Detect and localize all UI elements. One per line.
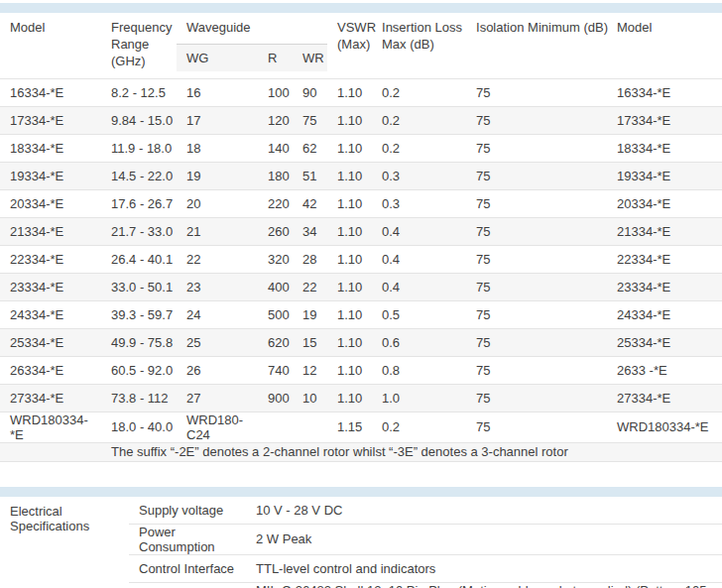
col-header-waveguide-group: Waveguide [177,13,327,44]
cell-model: WRD180334-*E [0,412,101,442]
cell-insertion-loss: 0.2 [372,134,466,162]
col-header-wg: WG [177,44,258,78]
spec-row: 25334-*E49.9 - 75.825620151.100.67525334… [0,328,722,356]
cell-insertion-loss: 0.2 [372,412,466,442]
cell-wg: WRD180-C24 [177,412,258,442]
cell-wg: 23 [177,273,258,300]
header-line: R [258,45,293,71]
cell-wg: 27 [177,384,258,412]
cell-model-right: 24334-*E [607,300,722,328]
cell-wr: 10 [293,384,327,412]
col-header-insertion-loss: Insertion Loss Max (dB) [372,13,466,78]
cell-r: 500 [258,300,293,328]
spec-table-body: 16334-*E8.2 - 12.516100901.100.27516334-… [0,78,722,442]
cell-frequency-range: 60.5 - 92.0 [101,356,177,384]
spec-row: 18334-*E11.9 - 18.018140621.100.27518334… [0,134,722,162]
cell-r: 100 [258,78,293,106]
cell-model-right: 27334-*E [607,384,722,412]
header-line: Insertion Loss [382,19,466,36]
cell-r [258,412,293,442]
header-line: Max (dB) [382,36,466,53]
cell-vswr: 1.10 [327,328,372,356]
cell-isolation: 75 [466,106,607,134]
cell-model: 24334-*E [0,300,101,328]
elec-value: MIL-C-26482 Shell 12, 10 Pin Plug (Matin… [246,582,722,588]
cell-isolation: 75 [466,300,607,328]
cell-frequency-range: 18.0 - 40.0 [101,412,177,442]
cell-vswr: 1.10 [327,189,372,217]
cell-wg: 21 [177,217,258,245]
spec-row: 20334-*E17.6 - 26.720220421.100.37520334… [0,189,722,217]
electrical-specifications-table: Electrical Specifications Supply voltage… [0,497,722,588]
cell-model: 26334-*E [0,356,101,384]
cell-vswr: 1.10 [327,162,372,189]
col-header-model: Model [0,13,101,78]
cell-vswr: 1.10 [327,273,372,300]
cell-r: 400 [258,273,293,300]
col-header-vswr: VSWR (Max) [327,13,372,78]
spec-row: 22334-*E26.4 - 40.122320281.100.47522334… [0,245,722,273]
col-header-wr: WR [293,44,327,78]
col-header-r: R [258,44,293,78]
cell-isolation: 75 [466,217,607,245]
cell-wg: 26 [177,356,258,384]
cell-model: 18334-*E [0,134,101,162]
cell-wg: 22 [177,245,258,273]
cell-vswr: 1.10 [327,300,372,328]
cell-wg: 17 [177,106,258,134]
cell-insertion-loss: 1.0 [372,384,466,412]
cell-insertion-loss: 0.4 [372,273,466,300]
cell-wg: 25 [177,328,258,356]
cell-isolation: 75 [466,356,607,384]
cell-model-right: 16334-*E [607,78,722,106]
top-accent-bar [0,3,722,13]
cell-model-right: 20334-*E [607,189,722,217]
cell-model: 19334-*E [0,162,101,189]
footnote-text: The suffix “-2E” denotes a 2-channel rot… [101,442,722,461]
cell-wg: 19 [177,162,258,189]
cell-r: 740 [258,356,293,384]
cell-isolation: 75 [466,328,607,356]
spec-table-footer: The suffix “-2E” denotes a 2-channel rot… [0,442,722,461]
cell-insertion-loss: 0.3 [372,189,466,217]
spec-row: WRD180334-*E18.0 - 40.0WRD180-C241.150.2… [0,412,722,442]
cell-vswr: 1.10 [327,384,372,412]
cell-frequency-range: 21.7 - 33.0 [101,217,177,245]
spec-row: 24334-*E39.3 - 59.724500191.100.57524334… [0,300,722,328]
cell-frequency-range: 11.9 - 18.0 [101,134,177,162]
spec-row: 27334-*E73.8 - 11227900101.101.07527334-… [0,384,722,412]
cell-insertion-loss: 0.5 [372,300,466,328]
cell-model-right: 2633 -*E [607,356,722,384]
header-line: (Max) [337,36,372,53]
col-header-isolation: Isolation Minimum (dB) [466,13,607,78]
cell-insertion-loss: 0.2 [372,78,466,106]
cell-r: 620 [258,328,293,356]
cell-wr: 51 [293,162,327,189]
electrical-specifications-section: Electrical Specifications Supply voltage… [0,497,722,588]
header-line: WG [177,45,258,71]
cell-isolation: 75 [466,162,607,189]
cell-vswr: 1.10 [327,356,372,384]
elec-label: Control Interface [129,554,246,582]
cell-isolation: 75 [466,189,607,217]
spec-row: 16334-*E8.2 - 12.516100901.100.27516334-… [0,78,722,106]
cell-wr: 75 [293,106,327,134]
cell-wr [293,412,327,442]
cell-model: 25334-*E [0,328,101,356]
header-line: Range [111,36,177,53]
cell-isolation: 75 [466,245,607,273]
cell-isolation: 75 [466,412,607,442]
elec-section-title: Electrical Specifications [0,497,129,588]
cell-r: 320 [258,245,293,273]
cell-frequency-range: 39.3 - 59.7 [101,300,177,328]
footnote-spacer [0,442,101,461]
waveguide-spec-table: Model Frequency Range (GHz) Waveguide VS… [0,13,722,462]
middle-accent-bar [0,487,722,497]
spec-row: 17334-*E9.84 - 15.017120751.100.27517334… [0,106,722,134]
cell-frequency-range: 26.4 - 40.1 [101,245,177,273]
cell-model-right: 25334-*E [607,328,722,356]
cell-model-right: 22334-*E [607,245,722,273]
elec-label: Power Consumption [129,524,246,554]
cell-vswr: 1.10 [327,78,372,106]
cell-r: 140 [258,134,293,162]
